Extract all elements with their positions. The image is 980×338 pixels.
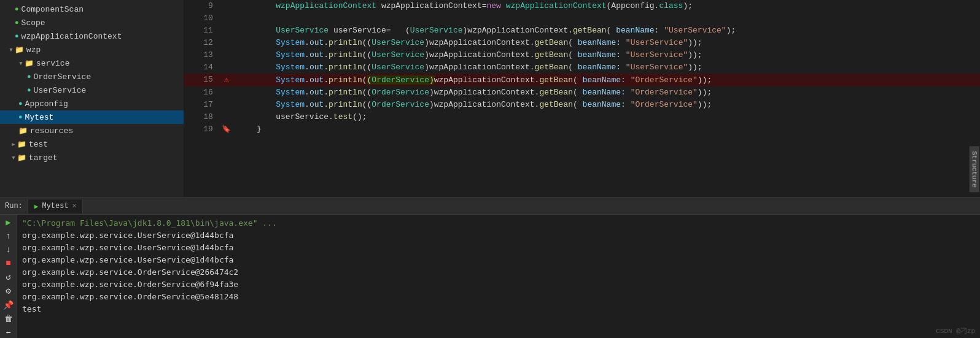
line-code: UserService userService= (UserService)wz… bbox=[233, 25, 980, 37]
code-line-17: 17 System.out.println((OrderService)wzpA… bbox=[184, 99, 980, 111]
bookmark-icon: 🔖 bbox=[222, 125, 231, 134]
folder-icon2: 📁 bbox=[25, 59, 34, 68]
line-number: 18 bbox=[184, 111, 220, 123]
scroll-up-button[interactable]: ↑ bbox=[2, 231, 15, 241]
watermark: CSDN @刁zp bbox=[936, 326, 975, 336]
sidebar-item-label: UserService bbox=[34, 86, 87, 95]
line-gutter bbox=[220, 86, 233, 99]
line-code: System.out.println((OrderService)wzpAppl… bbox=[233, 74, 980, 86]
sidebar-item-test[interactable]: ▸ 📁 test bbox=[0, 137, 184, 151]
exit-button[interactable]: ⬅ bbox=[2, 328, 15, 338]
code-editor[interactable]: 9 wzpApplicationContext wzpApplicationCo… bbox=[184, 0, 980, 197]
sidebar-item-appconfig[interactable]: ● Appconfig bbox=[0, 97, 184, 110]
bottom-content: ▶ ↑ ↓ ■ ↺ ⚙ 📌 🗑 ⬅ "C:\Program Files\Java… bbox=[0, 215, 980, 338]
line-number: 12 bbox=[184, 37, 220, 49]
rerun-button[interactable]: ↺ bbox=[2, 272, 15, 282]
error-icon: ⚠ bbox=[224, 75, 229, 85]
sidebar-item-componentscan[interactable]: ● ComponentScan bbox=[0, 2, 184, 16]
code-line-13: 13 System.out.println((UserService)wzpAp… bbox=[184, 49, 980, 61]
sidebar-item-wzpappctx[interactable]: ● wzpApplicationContext bbox=[0, 29, 184, 43]
line-code: System.out.println((UserService)wzpAppli… bbox=[233, 61, 980, 74]
settings-button[interactable]: ⚙ bbox=[2, 286, 15, 296]
play-button[interactable]: ▶ bbox=[2, 217, 15, 228]
line-number: 14 bbox=[184, 61, 220, 74]
sidebar-item-label: target bbox=[29, 153, 58, 163]
code-line-11: 11 UserService userService= (UserService… bbox=[184, 25, 980, 37]
run-label: Run: bbox=[5, 202, 23, 210]
line-gutter bbox=[220, 12, 233, 25]
sidebar-item-mytest[interactable]: ● Mytest bbox=[0, 110, 184, 124]
bottom-panel: Run: ▶ Mytest × ▶ ↑ ↓ ■ ↺ ⚙ 📌 🗑 ⬅ "C:\Pr… bbox=[0, 197, 980, 338]
main-area: ● ComponentScan ● Scope ● wzpApplication… bbox=[0, 0, 980, 197]
chevron-right-icon: ▸ bbox=[11, 139, 16, 149]
sidebar-item-userservice[interactable]: ● UserService bbox=[0, 83, 184, 97]
sidebar-item-scope[interactable]: ● Scope bbox=[0, 16, 184, 29]
code-line-14: 14 System.out.println((UserService)wzpAp… bbox=[184, 61, 980, 74]
folder-icon5: 📁 bbox=[17, 153, 26, 163]
console-output-line-2: org.example.wzp.service.UserService@1d44… bbox=[22, 242, 975, 254]
folder-icon: 📁 bbox=[15, 45, 24, 55]
console-output-line-5: org.example.wzp.service.OrderService@6f9… bbox=[22, 278, 975, 291]
circle-cyan-icon: ● bbox=[15, 33, 19, 40]
chevron-down-icon3: ▾ bbox=[11, 153, 16, 163]
circle-cyan-icon5: ● bbox=[18, 113, 23, 121]
structure-tab[interactable]: Structure bbox=[969, 146, 979, 192]
line-code: System.out.println((OrderService)wzpAppl… bbox=[233, 99, 980, 111]
sidebar: ● ComponentScan ● Scope ● wzpApplication… bbox=[0, 0, 184, 197]
line-gutter bbox=[220, 37, 233, 49]
line-gutter bbox=[220, 61, 233, 74]
line-code: } bbox=[233, 123, 980, 136]
code-line-9: 9 wzpApplicationContext wzpApplicationCo… bbox=[184, 0, 980, 12]
code-line-16: 16 System.out.println((OrderService)wzpA… bbox=[184, 86, 980, 99]
run-toolbar: ▶ ↑ ↓ ■ ↺ ⚙ 📌 🗑 ⬅ bbox=[0, 215, 17, 338]
line-code bbox=[233, 12, 980, 25]
chevron-down-icon2: ▾ bbox=[18, 58, 23, 68]
sidebar-item-resources[interactable]: 📁 resources bbox=[0, 124, 184, 137]
run-tab-mytest[interactable]: ▶ Mytest × bbox=[28, 199, 83, 213]
line-gutter: ⚠ bbox=[220, 74, 233, 86]
line-number: 19 bbox=[184, 123, 220, 136]
line-code: wzpApplicationContext wzpApplicationCont… bbox=[233, 0, 980, 12]
sidebar-item-label: service bbox=[36, 59, 70, 68]
line-number: 9 bbox=[184, 0, 220, 12]
code-line-15: 15 ⚠ System.out.println((OrderService)wz… bbox=[184, 74, 980, 86]
console-output-line-6: org.example.wzp.service.OrderService@5e4… bbox=[22, 291, 975, 303]
line-gutter bbox=[220, 25, 233, 37]
console-output: "C:\Program Files\Java\jdk1.8.0_181\bin\… bbox=[17, 215, 980, 338]
circle-cyan-icon4: ● bbox=[18, 100, 23, 107]
close-tab-button[interactable]: × bbox=[72, 202, 77, 210]
line-number: 15 bbox=[184, 74, 220, 86]
line-number: 17 bbox=[184, 99, 220, 111]
code-line-19: 19 🔖 } bbox=[184, 123, 980, 136]
line-code: System.out.println((UserService)wzpAppli… bbox=[233, 37, 980, 49]
sidebar-item-label: Scope bbox=[21, 18, 45, 28]
sidebar-item-service[interactable]: ▾ 📁 service bbox=[0, 56, 184, 70]
scroll-down-button[interactable]: ↓ bbox=[2, 245, 15, 255]
run-tab-bar: Run: ▶ Mytest × bbox=[0, 198, 980, 215]
line-code: userService.test(); bbox=[233, 111, 980, 123]
sidebar-item-label: test bbox=[29, 140, 48, 149]
sidebar-item-wzp[interactable]: ▾ 📁 wzp bbox=[0, 43, 184, 56]
code-line-10: 10 bbox=[184, 12, 980, 25]
line-gutter bbox=[220, 0, 233, 12]
sidebar-item-label: Appconfig bbox=[25, 99, 68, 109]
pin-button[interactable]: 📌 bbox=[2, 300, 15, 310]
chevron-down-icon: ▾ bbox=[9, 45, 14, 55]
circle-cyan-icon2: ● bbox=[27, 73, 31, 80]
stop-button[interactable]: ■ bbox=[2, 258, 15, 268]
folder-icon4: 📁 bbox=[17, 140, 26, 149]
run-tab-icon: ▶ bbox=[34, 202, 39, 210]
line-code: System.out.println((OrderService)wzpAppl… bbox=[233, 86, 980, 99]
sidebar-item-label: wzp bbox=[26, 45, 41, 55]
console-command-line: "C:\Program Files\Java\jdk1.8.0_181\bin\… bbox=[22, 217, 975, 229]
console-output-line-3: org.example.wzp.service.UserService@1d44… bbox=[22, 254, 975, 266]
code-line-18: 18 userService.test(); bbox=[184, 111, 980, 123]
delete-button[interactable]: 🗑 bbox=[2, 314, 15, 324]
line-number: 13 bbox=[184, 49, 220, 61]
console-output-line-1: org.example.wzp.service.UserService@1d44… bbox=[22, 229, 975, 242]
sidebar-item-orderservice[interactable]: ● OrderService bbox=[0, 70, 184, 83]
sidebar-item-label: resources bbox=[30, 126, 73, 136]
console-output-line-4: org.example.wzp.service.OrderService@266… bbox=[22, 266, 975, 278]
line-number: 11 bbox=[184, 25, 220, 37]
sidebar-item-target[interactable]: ▾ 📁 target bbox=[0, 151, 184, 164]
